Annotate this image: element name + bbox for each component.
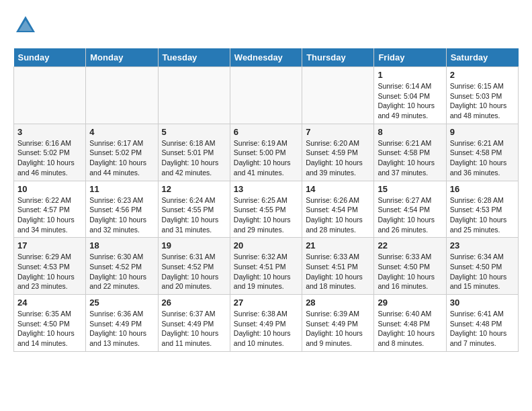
day-info: Sunrise: 6:16 AMSunset: 5:02 PMDaylight:… bbox=[17, 138, 82, 178]
calendar-cell: 18Sunrise: 6:30 AMSunset: 4:52 PMDayligh… bbox=[86, 238, 158, 295]
calendar-cell: 5Sunrise: 6:18 AMSunset: 5:01 PMDaylight… bbox=[158, 124, 230, 181]
day-info: Sunrise: 6:21 AMSunset: 4:58 PMDaylight:… bbox=[450, 138, 515, 178]
calendar-cell: 1Sunrise: 6:14 AMSunset: 5:04 PMDaylight… bbox=[374, 67, 446, 124]
calendar-cell bbox=[86, 67, 158, 124]
day-info: Sunrise: 6:41 AMSunset: 4:48 PMDaylight:… bbox=[450, 309, 515, 349]
calendar-cell: 25Sunrise: 6:36 AMSunset: 4:49 PMDayligh… bbox=[86, 295, 158, 352]
calendar-week-row: 3Sunrise: 6:16 AMSunset: 5:02 PMDaylight… bbox=[14, 124, 519, 181]
day-info: Sunrise: 6:28 AMSunset: 4:53 PMDaylight:… bbox=[450, 195, 515, 235]
day-info: Sunrise: 6:26 AMSunset: 4:54 PMDaylight:… bbox=[306, 195, 370, 235]
day-info: Sunrise: 6:35 AMSunset: 4:50 PMDaylight:… bbox=[17, 309, 82, 349]
day-number: 12 bbox=[162, 184, 226, 194]
day-number: 27 bbox=[234, 298, 298, 308]
day-info: Sunrise: 6:23 AMSunset: 4:56 PMDaylight:… bbox=[89, 195, 154, 235]
day-info: Sunrise: 6:14 AMSunset: 5:04 PMDaylight:… bbox=[378, 81, 442, 121]
calendar-cell: 16Sunrise: 6:28 AMSunset: 4:53 PMDayligh… bbox=[446, 181, 518, 238]
day-number: 17 bbox=[17, 240, 82, 250]
calendar-cell bbox=[14, 67, 86, 124]
calendar-cell: 11Sunrise: 6:23 AMSunset: 4:56 PMDayligh… bbox=[86, 181, 158, 238]
logo-icon bbox=[13, 13, 38, 38]
day-number: 10 bbox=[17, 184, 82, 194]
day-number: 15 bbox=[378, 184, 442, 194]
calendar-header-row: SundayMondayTuesdayWednesdayThursdayFrid… bbox=[14, 48, 519, 67]
day-number: 5 bbox=[162, 127, 226, 137]
calendar-week-row: 1Sunrise: 6:14 AMSunset: 5:04 PMDaylight… bbox=[14, 67, 519, 124]
day-number: 11 bbox=[89, 184, 154, 194]
calendar-cell: 6Sunrise: 6:19 AMSunset: 5:00 PMDaylight… bbox=[230, 124, 302, 181]
day-info: Sunrise: 6:39 AMSunset: 4:49 PMDaylight:… bbox=[306, 309, 370, 349]
day-number: 13 bbox=[234, 184, 298, 194]
calendar-cell: 29Sunrise: 6:40 AMSunset: 4:48 PMDayligh… bbox=[374, 295, 446, 352]
calendar-cell: 23Sunrise: 6:34 AMSunset: 4:50 PMDayligh… bbox=[446, 238, 518, 295]
day-number: 28 bbox=[306, 298, 370, 308]
day-info: Sunrise: 6:17 AMSunset: 5:02 PMDaylight:… bbox=[89, 138, 154, 178]
day-info: Sunrise: 6:31 AMSunset: 4:52 PMDaylight:… bbox=[162, 252, 226, 291]
day-info: Sunrise: 6:33 AMSunset: 4:51 PMDaylight:… bbox=[306, 252, 370, 291]
calendar-cell: 28Sunrise: 6:39 AMSunset: 4:49 PMDayligh… bbox=[302, 295, 374, 352]
day-info: Sunrise: 6:37 AMSunset: 4:49 PMDaylight:… bbox=[162, 309, 226, 349]
day-number: 23 bbox=[450, 240, 515, 250]
calendar-cell: 15Sunrise: 6:27 AMSunset: 4:54 PMDayligh… bbox=[374, 181, 446, 238]
day-number: 1 bbox=[378, 70, 442, 80]
calendar-cell: 12Sunrise: 6:24 AMSunset: 4:55 PMDayligh… bbox=[158, 181, 230, 238]
calendar-cell: 27Sunrise: 6:38 AMSunset: 4:49 PMDayligh… bbox=[230, 295, 302, 352]
day-info: Sunrise: 6:34 AMSunset: 4:50 PMDaylight:… bbox=[450, 252, 515, 291]
day-number: 14 bbox=[306, 184, 370, 194]
day-number: 18 bbox=[89, 240, 154, 250]
calendar-cell: 14Sunrise: 6:26 AMSunset: 4:54 PMDayligh… bbox=[302, 181, 374, 238]
weekday-header: Tuesday bbox=[158, 48, 230, 67]
calendar-cell: 21Sunrise: 6:33 AMSunset: 4:51 PMDayligh… bbox=[302, 238, 374, 295]
calendar-cell: 4Sunrise: 6:17 AMSunset: 5:02 PMDaylight… bbox=[86, 124, 158, 181]
day-info: Sunrise: 6:40 AMSunset: 4:48 PMDaylight:… bbox=[378, 309, 442, 349]
day-number: 8 bbox=[378, 127, 442, 137]
calendar-cell bbox=[302, 67, 374, 124]
calendar-cell bbox=[158, 67, 230, 124]
weekday-header: Monday bbox=[86, 48, 158, 67]
day-number: 16 bbox=[450, 184, 515, 194]
day-info: Sunrise: 6:32 AMSunset: 4:51 PMDaylight:… bbox=[234, 252, 298, 291]
day-info: Sunrise: 6:24 AMSunset: 4:55 PMDaylight:… bbox=[162, 195, 226, 235]
weekday-header: Thursday bbox=[302, 48, 374, 67]
day-info: Sunrise: 6:20 AMSunset: 4:59 PMDaylight:… bbox=[306, 138, 370, 178]
day-number: 29 bbox=[378, 298, 442, 308]
page-header bbox=[13, 13, 519, 38]
weekday-header: Sunday bbox=[14, 48, 86, 67]
calendar-cell: 19Sunrise: 6:31 AMSunset: 4:52 PMDayligh… bbox=[158, 238, 230, 295]
day-info: Sunrise: 6:19 AMSunset: 5:00 PMDaylight:… bbox=[234, 138, 298, 178]
calendar-week-row: 17Sunrise: 6:29 AMSunset: 4:53 PMDayligh… bbox=[14, 238, 519, 295]
day-info: Sunrise: 6:29 AMSunset: 4:53 PMDaylight:… bbox=[17, 252, 82, 291]
day-number: 26 bbox=[162, 298, 226, 308]
calendar-cell: 26Sunrise: 6:37 AMSunset: 4:49 PMDayligh… bbox=[158, 295, 230, 352]
calendar-cell: 13Sunrise: 6:25 AMSunset: 4:55 PMDayligh… bbox=[230, 181, 302, 238]
calendar-cell: 3Sunrise: 6:16 AMSunset: 5:02 PMDaylight… bbox=[14, 124, 86, 181]
day-number: 24 bbox=[17, 298, 82, 308]
calendar-cell: 7Sunrise: 6:20 AMSunset: 4:59 PMDaylight… bbox=[302, 124, 374, 181]
day-info: Sunrise: 6:22 AMSunset: 4:57 PMDaylight:… bbox=[17, 195, 82, 235]
day-info: Sunrise: 6:36 AMSunset: 4:49 PMDaylight:… bbox=[89, 309, 154, 349]
logo bbox=[13, 13, 40, 38]
day-info: Sunrise: 6:25 AMSunset: 4:55 PMDaylight:… bbox=[234, 195, 298, 235]
calendar-cell: 22Sunrise: 6:33 AMSunset: 4:50 PMDayligh… bbox=[374, 238, 446, 295]
calendar-week-row: 24Sunrise: 6:35 AMSunset: 4:50 PMDayligh… bbox=[14, 295, 519, 352]
day-number: 9 bbox=[450, 127, 515, 137]
day-info: Sunrise: 6:30 AMSunset: 4:52 PMDaylight:… bbox=[89, 252, 154, 291]
calendar-table: SundayMondayTuesdayWednesdayThursdayFrid… bbox=[13, 48, 519, 352]
day-number: 3 bbox=[17, 127, 82, 137]
day-number: 4 bbox=[89, 127, 154, 137]
calendar-cell: 2Sunrise: 6:15 AMSunset: 5:03 PMDaylight… bbox=[446, 67, 518, 124]
weekday-header: Saturday bbox=[446, 48, 518, 67]
day-number: 2 bbox=[450, 70, 515, 80]
day-info: Sunrise: 6:15 AMSunset: 5:03 PMDaylight:… bbox=[450, 81, 515, 121]
day-number: 30 bbox=[450, 298, 515, 308]
calendar-week-row: 10Sunrise: 6:22 AMSunset: 4:57 PMDayligh… bbox=[14, 181, 519, 238]
day-number: 7 bbox=[306, 127, 370, 137]
day-number: 21 bbox=[306, 240, 370, 250]
day-info: Sunrise: 6:21 AMSunset: 4:58 PMDaylight:… bbox=[378, 138, 442, 178]
day-info: Sunrise: 6:18 AMSunset: 5:01 PMDaylight:… bbox=[162, 138, 226, 178]
calendar-cell: 9Sunrise: 6:21 AMSunset: 4:58 PMDaylight… bbox=[446, 124, 518, 181]
calendar-cell bbox=[230, 67, 302, 124]
day-number: 19 bbox=[162, 240, 226, 250]
day-number: 20 bbox=[234, 240, 298, 250]
calendar-cell: 24Sunrise: 6:35 AMSunset: 4:50 PMDayligh… bbox=[14, 295, 86, 352]
day-info: Sunrise: 6:38 AMSunset: 4:49 PMDaylight:… bbox=[234, 309, 298, 349]
